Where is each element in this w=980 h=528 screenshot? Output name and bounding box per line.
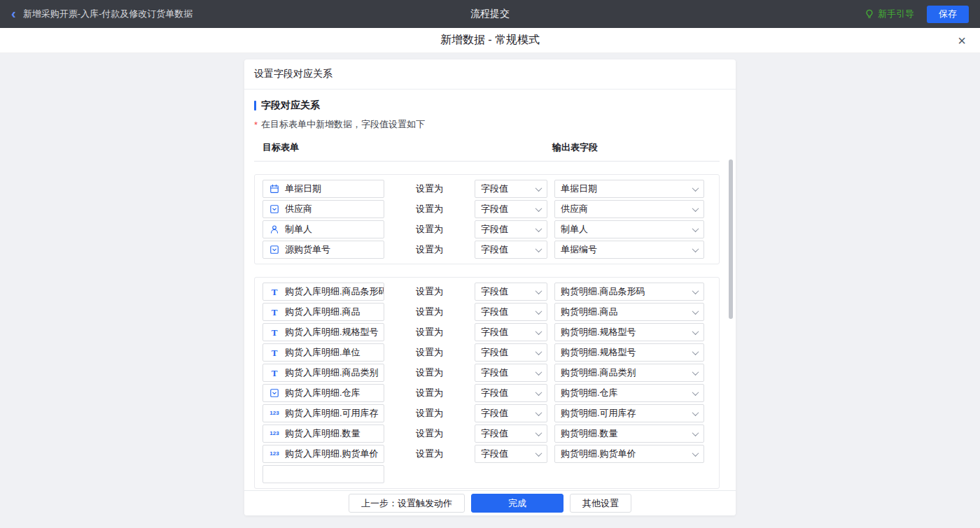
back-button[interactable]: ‹ <box>11 6 16 20</box>
mode-select[interactable]: 字段值 <box>475 343 547 362</box>
column-headers: 目标表单 输出表字段 <box>254 141 720 162</box>
mode-select[interactable]: 字段值 <box>475 303 547 321</box>
text-icon: T <box>269 328 280 337</box>
value-select[interactable]: 单据编号 <box>554 241 704 259</box>
field-mapping-row: 源购货单号 设置为 字段值 单据编号 <box>262 241 711 259</box>
value-select[interactable]: 购货明细.商品条形码 <box>554 283 704 301</box>
chevron-down-icon <box>536 245 542 252</box>
mode-select-value: 字段值 <box>481 306 508 318</box>
section-description: * 在目标表单中新增数据，字段值设置如下 <box>254 118 720 131</box>
mode-select-value: 字段值 <box>481 285 508 298</box>
field-mapping-row: 制单人 设置为 字段值 制单人 <box>262 220 711 238</box>
field-mapping-row: 123 购货入库明细.可用库存 设置为 字段值 购货明细.可用库存 <box>262 404 711 422</box>
value-select[interactable]: 购货明细.商品 <box>554 303 704 321</box>
target-field-box: 购货入库明细.仓库 <box>262 384 384 402</box>
beginner-guide-link[interactable]: 新手引导 <box>864 8 914 20</box>
set-as-label: 设置为 <box>416 366 475 379</box>
value-select-value: 购货明细.商品类别 <box>561 366 636 379</box>
topbar: ‹ 新增采购开票-入库-付款及修改订货单数据 流程提交 新手引导 保存 <box>0 0 980 28</box>
section-title-text: 字段对应关系 <box>261 99 320 112</box>
card-header: 设置字段对应关系 <box>244 59 736 90</box>
close-icon[interactable]: × <box>958 34 966 48</box>
mode-select[interactable]: 字段值 <box>475 180 547 198</box>
set-as-label: 设置为 <box>416 203 475 215</box>
mode-select-value: 字段值 <box>481 326 508 338</box>
scrollbar-thumb[interactable] <box>729 159 733 319</box>
field-mapping-row-partial <box>262 465 711 483</box>
value-select[interactable]: 购货明细.购货单价 <box>554 445 704 463</box>
mode-select[interactable]: 字段值 <box>475 424 547 443</box>
done-button[interactable]: 完成 <box>471 494 564 513</box>
chevron-down-icon <box>536 328 542 335</box>
mode-select[interactable]: 字段值 <box>475 283 547 301</box>
chevron-down-icon <box>536 450 542 457</box>
target-field-box: 123 购货入库明细.购货单价 <box>262 445 384 463</box>
value-select-value: 购货明细.商品条形码 <box>561 285 645 298</box>
chevron-down-icon <box>536 225 542 232</box>
number-icon: 123 <box>269 411 280 416</box>
chevron-down-icon <box>692 409 699 416</box>
chevron-down-icon <box>692 348 699 355</box>
modal-title: 新增数据 - 常规模式 <box>440 33 540 48</box>
chevron-down-icon <box>536 389 542 396</box>
chevron-down-icon <box>692 429 699 436</box>
topbar-left: ‹ 新增采购开票-入库-付款及修改订货单数据 <box>11 8 192 20</box>
mode-select[interactable]: 字段值 <box>475 241 547 259</box>
mode-select[interactable]: 字段值 <box>475 200 547 218</box>
mode-select-value: 字段值 <box>481 183 508 195</box>
value-select-value: 制单人 <box>561 223 588 236</box>
target-field-label: 供应商 <box>285 203 312 215</box>
card-footer: 上一步：设置触发动作 完成 其他设置 <box>244 490 736 515</box>
chevron-down-icon <box>692 185 699 192</box>
target-field-box: T 购货入库明细.商品 <box>262 303 384 321</box>
mode-select-value: 字段值 <box>481 407 508 420</box>
value-select[interactable]: 制单人 <box>554 220 704 238</box>
field-mapping-row: T 购货入库明细.商品类别 设置为 字段值 购货明细.商品类别 <box>262 364 711 382</box>
text-icon: T <box>269 369 280 378</box>
target-field-box: 制单人 <box>262 220 384 238</box>
target-field-box: 供应商 <box>262 200 384 218</box>
target-field-label: 制单人 <box>285 223 312 236</box>
number-icon: 123 <box>269 451 280 457</box>
set-as-label: 设置为 <box>416 183 475 195</box>
field-group: T 购货入库明细.商品条形码 设置为 字段值 购货明细.商品条形码 T 购货入库… <box>254 277 720 489</box>
guide-label: 新手引导 <box>878 8 914 20</box>
chevron-down-icon <box>692 245 699 252</box>
mode-select[interactable]: 字段值 <box>475 445 547 463</box>
text-icon: T <box>269 348 280 357</box>
value-select[interactable]: 单据日期 <box>554 180 704 198</box>
target-field-box: 单据日期 <box>262 180 384 198</box>
column-header-output-field: 输出表字段 <box>552 141 598 154</box>
target-field-box: T 购货入库明细.商品条形码 <box>262 283 384 301</box>
value-select-value: 单据日期 <box>561 183 597 195</box>
value-select-value: 购货明细.数量 <box>561 427 618 440</box>
mode-select-value: 字段值 <box>481 387 508 399</box>
card-body: 字段对应关系 * 在目标表单中新增数据，字段值设置如下 目标表单 输出表字段 单… <box>244 90 736 490</box>
settings-card: 设置字段对应关系 字段对应关系 * 在目标表单中新增数据，字段值设置如下 目标表… <box>244 59 736 515</box>
target-field-label: 购货入库明细.商品类别 <box>285 366 379 379</box>
chevron-down-icon <box>692 328 699 335</box>
chevron-down-icon <box>536 348 542 355</box>
value-select[interactable]: 购货明细.商品类别 <box>554 364 704 382</box>
value-select[interactable]: 购货明细.仓库 <box>554 384 704 402</box>
save-button[interactable]: 保存 <box>927 6 969 23</box>
set-as-label: 设置为 <box>416 223 475 236</box>
mode-select[interactable]: 字段值 <box>475 364 547 382</box>
value-select[interactable]: 购货明细.可用库存 <box>554 404 704 422</box>
value-select[interactable]: 购货明细.规格型号 <box>554 343 704 362</box>
other-settings-button[interactable]: 其他设置 <box>570 494 631 513</box>
mode-select[interactable]: 字段值 <box>475 323 547 341</box>
modal-title-bar: 新增数据 - 常规模式 × <box>0 28 980 53</box>
mode-select[interactable]: 字段值 <box>475 404 547 422</box>
prev-step-button[interactable]: 上一步：设置触发动作 <box>349 494 465 513</box>
field-groups: 单据日期 设置为 字段值 单据日期 供应商 设置为 字段值 供应商 制单人 设 <box>254 174 720 489</box>
field-mapping-row: 供应商 设置为 字段值 供应商 <box>262 200 711 218</box>
mode-select[interactable]: 字段值 <box>475 220 547 238</box>
value-select[interactable]: 购货明细.数量 <box>554 424 704 443</box>
chevron-down-icon <box>692 450 699 457</box>
target-field-label: 购货入库明细.商品 <box>285 306 360 318</box>
value-select[interactable]: 供应商 <box>554 200 704 218</box>
mode-select[interactable]: 字段值 <box>475 384 547 402</box>
required-asterisk: * <box>254 120 258 130</box>
value-select[interactable]: 购货明细.规格型号 <box>554 323 704 341</box>
